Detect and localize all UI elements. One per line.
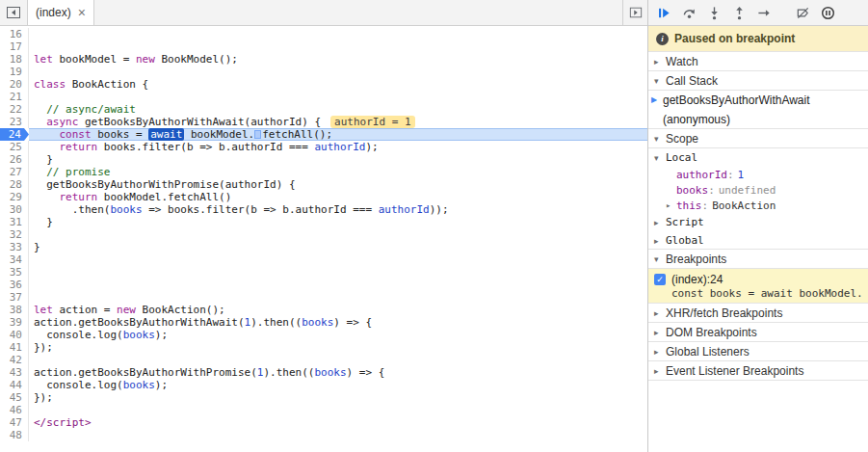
line-number-41[interactable]: 41 — [0, 341, 29, 354]
line-number-24[interactable]: 24 — [0, 128, 29, 141]
line-number-17[interactable]: 17 — [0, 40, 29, 53]
code-line-43[interactable]: 43action.getBooksByAuthorWithPromise(1).… — [0, 366, 647, 379]
section-global-listeners[interactable]: ▸ Global Listeners — [648, 341, 868, 361]
panel-arrow-icon[interactable] — [622, 0, 647, 25]
code-line-22[interactable]: 22 // async/await — [0, 103, 647, 116]
code-area[interactable]: 161718let bookModel = new BookModel();19… — [0, 26, 647, 452]
code-line-39[interactable]: 39action.getBooksByAuthorWithAwait(1).th… — [0, 316, 647, 329]
line-number-47[interactable]: 47 — [0, 416, 29, 429]
show-navigator-icon[interactable] — [0, 0, 27, 25]
line-number-38[interactable]: 38 — [0, 304, 29, 316]
code-line-35[interactable]: 35 — [0, 266, 647, 279]
line-number-46[interactable]: 46 — [0, 404, 29, 416]
code-line-23[interactable]: 23 async getBooksByAuthorWithAwait(autho… — [0, 116, 647, 128]
line-number-26[interactable]: 26 — [0, 153, 29, 166]
step-over-button[interactable] — [676, 1, 701, 24]
code-line-44[interactable]: 44 console.log(books); — [0, 379, 647, 391]
tab-index[interactable]: (index) × — [27, 0, 94, 25]
code-line-20[interactable]: 20class BookAction { — [0, 78, 647, 91]
code-line-29[interactable]: 29 return bookModel.fetchAll() — [0, 191, 647, 203]
scope-script-header[interactable]: ▸ Script — [648, 213, 868, 231]
step-target-marker[interactable] — [254, 130, 261, 139]
step-into-button[interactable] — [701, 1, 726, 24]
editor-pane: (index) × 161718let bookModel = new Book… — [0, 0, 647, 452]
line-number-37[interactable]: 37 — [0, 291, 29, 304]
breakpoint-location[interactable]: (index):24 — [671, 273, 723, 286]
code-text: let bookModel = new BookModel(); — [29, 53, 647, 66]
line-number-31[interactable]: 31 — [0, 216, 29, 228]
pause-on-exceptions-button[interactable] — [815, 1, 840, 24]
line-number-48[interactable]: 48 — [0, 429, 29, 441]
line-number-34[interactable]: 34 — [0, 253, 29, 266]
code-line-48[interactable]: 48 — [0, 429, 647, 441]
scope-var-this[interactable]: ▸ this:BookAction — [648, 198, 868, 213]
code-line-17[interactable]: 17 — [0, 40, 647, 53]
code-line-27[interactable]: 27 // promise — [0, 166, 647, 178]
line-number-39[interactable]: 39 — [0, 316, 29, 329]
code-text: console.log(books); — [29, 379, 647, 391]
code-line-31[interactable]: 31 } — [0, 216, 647, 228]
line-number-23[interactable]: 23 — [0, 116, 29, 128]
code-line-30[interactable]: 30 .then(books => books.filter(b => b.au… — [0, 203, 647, 216]
line-number-29[interactable]: 29 — [0, 191, 29, 203]
code-line-32[interactable]: 32 — [0, 228, 647, 241]
code-line-45[interactable]: 45}); — [0, 391, 647, 404]
code-line-16[interactable]: 16 — [0, 28, 647, 40]
code-line-26[interactable]: 26 } — [0, 153, 647, 166]
code-line-42[interactable]: 42 — [0, 354, 647, 366]
line-number-30[interactable]: 30 — [0, 203, 29, 216]
deactivate-breakpoints-button[interactable] — [790, 1, 815, 24]
line-number-44[interactable]: 44 — [0, 379, 29, 391]
line-number-43[interactable]: 43 — [0, 366, 29, 379]
section-event-listener-breakpoints[interactable]: ▸ Event Listener Breakpoints — [648, 360, 868, 381]
section-scope[interactable]: ▾ Scope — [648, 128, 868, 148]
step-button[interactable] — [751, 1, 776, 24]
breakpoint-checkbox[interactable]: ✓ — [654, 274, 666, 285]
code-line-34[interactable]: 34 — [0, 253, 647, 266]
line-number-20[interactable]: 20 — [0, 78, 29, 91]
step-out-button[interactable] — [726, 1, 751, 24]
scope-global-header[interactable]: ▸ Global — [648, 231, 868, 250]
line-number-19[interactable]: 19 — [0, 66, 29, 78]
resume-button[interactable] — [651, 1, 676, 24]
code-line-47[interactable]: 47</script> — [0, 416, 647, 429]
section-xhr-breakpoints[interactable]: ▸ XHR/fetch Breakpoints — [648, 303, 868, 323]
code-line-19[interactable]: 19 — [0, 66, 647, 78]
line-number-40[interactable]: 40 — [0, 329, 29, 341]
code-line-41[interactable]: 41}); — [0, 341, 647, 354]
breakpoint-entry[interactable]: ✓ (index):24 const books = await bookMod… — [648, 269, 868, 304]
line-number-45[interactable]: 45 — [0, 391, 29, 404]
line-number-28[interactable]: 28 — [0, 178, 29, 191]
line-number-35[interactable]: 35 — [0, 266, 29, 279]
code-line-25[interactable]: 25 return books.filter(b => b.authorId =… — [0, 141, 647, 153]
code-line-46[interactable]: 46 — [0, 404, 647, 416]
tab-close-icon[interactable]: × — [78, 6, 86, 19]
call-stack-frame-current[interactable]: ▶ getBooksByAuthorWithAwait — [648, 91, 868, 110]
line-number-21[interactable]: 21 — [0, 91, 29, 103]
line-number-32[interactable]: 32 — [0, 228, 29, 241]
section-watch[interactable]: ▸ Watch — [648, 51, 868, 71]
code-line-33[interactable]: 33} — [0, 241, 647, 253]
code-line-28[interactable]: 28 getBooksByAuthorWithPromise(authorId)… — [0, 178, 647, 191]
code-line-21[interactable]: 21 — [0, 91, 647, 103]
scope-local-header[interactable]: ▾ Local — [648, 148, 868, 167]
line-number-27[interactable]: 27 — [0, 166, 29, 178]
code-line-40[interactable]: 40 console.log(books); — [0, 329, 647, 341]
section-breakpoints[interactable]: ▾ Breakpoints — [648, 249, 868, 269]
section-dom-breakpoints[interactable]: ▸ DOM Breakpoints — [648, 322, 868, 342]
call-stack-frame-anonymous[interactable]: (anonymous) — [648, 110, 868, 129]
line-number-22[interactable]: 22 — [0, 103, 29, 116]
line-number-36[interactable]: 36 — [0, 279, 29, 291]
line-number-42[interactable]: 42 — [0, 354, 29, 366]
code-line-24[interactable]: 24 const books = await bookModel.fetchAl… — [0, 128, 647, 141]
code-line-38[interactable]: 38let action = new BookAction(); — [0, 304, 647, 316]
code-line-36[interactable]: 36 — [0, 279, 647, 291]
frame-label: (anonymous) — [663, 113, 730, 126]
code-line-37[interactable]: 37 — [0, 291, 647, 304]
line-number-18[interactable]: 18 — [0, 53, 29, 66]
section-call-stack[interactable]: ▾ Call Stack — [648, 70, 868, 91]
line-number-33[interactable]: 33 — [0, 241, 29, 253]
line-number-16[interactable]: 16 — [0, 28, 29, 40]
line-number-25[interactable]: 25 — [0, 141, 29, 153]
code-line-18[interactable]: 18let bookModel = new BookModel(); — [0, 53, 647, 66]
